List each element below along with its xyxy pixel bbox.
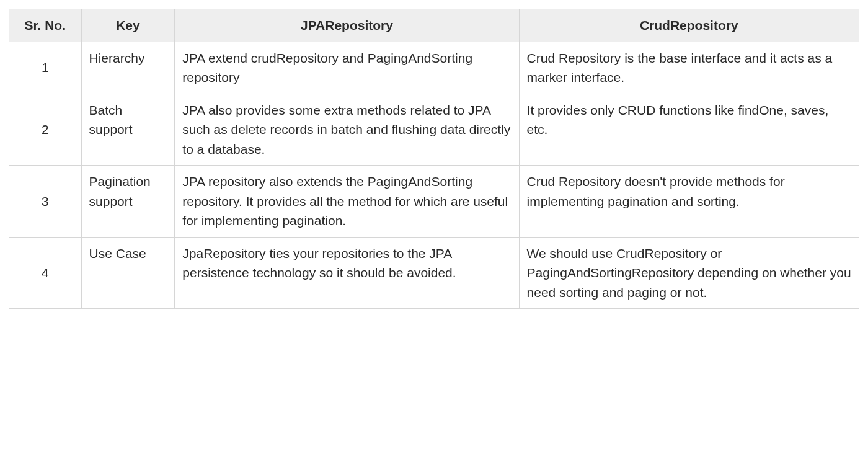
- comparison-table: Sr. No. Key JPARepository CrudRepository…: [9, 9, 859, 309]
- cell-srno: 2: [9, 94, 82, 166]
- cell-key: Use Case: [81, 237, 175, 309]
- cell-key: Hierarchy: [81, 42, 175, 94]
- header-jpa: JPARepository: [175, 9, 519, 42]
- cell-crud: Crud Repository is the base interface an…: [519, 42, 859, 94]
- cell-srno: 4: [9, 237, 82, 309]
- cell-key: Pagination support: [81, 166, 175, 238]
- cell-srno: 3: [9, 166, 82, 238]
- cell-crud: Crud Repository doesn't provide methods …: [519, 166, 859, 238]
- table-row: 3 Pagination support JPA repository also…: [9, 166, 859, 238]
- cell-srno: 1: [9, 42, 82, 94]
- table-header-row: Sr. No. Key JPARepository CrudRepository: [9, 9, 859, 42]
- table-row: 2 Batch support JPA also provides some e…: [9, 94, 859, 166]
- header-srno: Sr. No.: [9, 9, 82, 42]
- table-row: 1 Hierarchy JPA extend crudRepository an…: [9, 42, 859, 94]
- cell-jpa: JpaRepository ties your repositories to …: [175, 237, 519, 309]
- header-key: Key: [81, 9, 175, 42]
- cell-jpa: JPA repository also extends the PagingAn…: [175, 166, 519, 238]
- cell-crud: We should use CrudRepository or PagingAn…: [519, 237, 859, 309]
- cell-jpa: JPA extend crudRepository and PagingAndS…: [175, 42, 519, 94]
- cell-jpa: JPA also provides some extra methods rel…: [175, 94, 519, 166]
- cell-crud: It provides only CRUD functions like fin…: [519, 94, 859, 166]
- header-crud: CrudRepository: [519, 9, 859, 42]
- cell-key: Batch support: [81, 94, 175, 166]
- table-row: 4 Use Case JpaRepository ties your repos…: [9, 237, 859, 309]
